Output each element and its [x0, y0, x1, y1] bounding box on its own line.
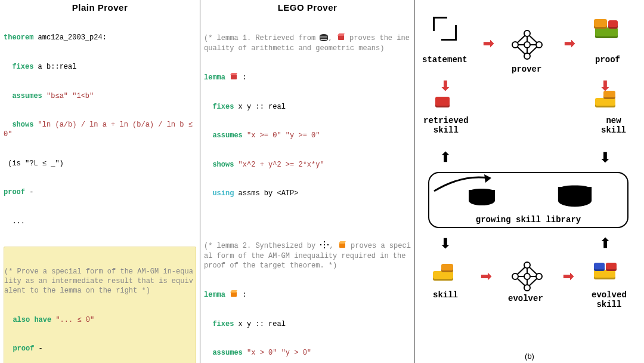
new-skill-label: new skill	[601, 116, 626, 135]
orange-cube-icon	[338, 241, 346, 249]
plain-prover-code: theorem amc12a_2003_p24: fixes a b::real…	[4, 14, 196, 363]
new-skill-icon	[593, 90, 620, 110]
plain-highlight-block: (* Prove a special form of the AM-GM in-…	[4, 247, 196, 364]
svg-point-10	[524, 42, 530, 48]
svg-point-18	[536, 273, 542, 279]
arrow-icon: ➡	[564, 36, 575, 51]
arrow-icon: ➡	[438, 80, 453, 91]
plain-prover-panel: Plain Prover theorem amc12a_2003_p24: fi…	[0, 0, 200, 363]
evolved-skill-icon	[592, 260, 619, 281]
lego-prover-code: (* lemma 1. Retrieved from , proves the …	[204, 14, 411, 363]
diagram-panel: statement prover proof ➡ ➡ retrieved ski…	[415, 0, 644, 363]
arrow-icon: ➡	[597, 80, 613, 91]
skill-label: skill	[433, 290, 458, 300]
grow-arrow-icon	[429, 173, 495, 195]
arrow-icon: ➡	[483, 36, 494, 51]
statement-icon	[433, 17, 457, 41]
svg-point-19	[524, 262, 530, 268]
arrow-icon: ➡	[597, 238, 613, 248]
skill-lego-icon	[431, 263, 458, 283]
arrow-icon: ➡	[438, 152, 453, 162]
lego-prover-title: LEGO Prover	[204, 2, 411, 13]
nn-icon	[320, 241, 329, 249]
proof-label: proof	[595, 55, 620, 64]
evolver-label: evolver	[508, 294, 543, 303]
arrow-icon: ➡	[481, 269, 491, 284]
statement-label: statement	[422, 55, 467, 64]
svg-point-9	[524, 53, 530, 59]
svg-point-7	[536, 42, 542, 48]
plain-prover-title: Plain Prover	[4, 2, 196, 13]
skill-library-box: growing skill library	[428, 172, 628, 228]
retrieved-label: retrieved skill	[423, 116, 469, 135]
proof-lego-icon	[593, 19, 620, 39]
svg-point-21	[524, 273, 530, 279]
lego-prover-panel: LEGO Prover (* lemma 1. Retrieved from ,…	[200, 0, 415, 363]
arrow-icon: ➡	[438, 238, 453, 248]
red-cube-icon	[337, 33, 345, 41]
svg-point-6	[512, 42, 518, 48]
red-cube-icon	[230, 72, 238, 81]
prover-label: prover	[512, 64, 541, 74]
arrow-icon: ➡	[597, 152, 613, 162]
arrow-icon: ➡	[563, 269, 574, 284]
svg-point-8	[524, 30, 530, 36]
svg-point-20	[524, 285, 530, 291]
subcaption-b: (b)	[415, 352, 644, 361]
db-icon	[320, 34, 328, 41]
retrieved-skill-icon	[435, 96, 452, 109]
evolved-label: evolved skill	[592, 290, 627, 309]
svg-point-17	[512, 273, 518, 279]
orange-cube-icon	[230, 290, 238, 298]
db-icon	[558, 185, 592, 216]
library-label: growing skill library	[429, 215, 627, 224]
